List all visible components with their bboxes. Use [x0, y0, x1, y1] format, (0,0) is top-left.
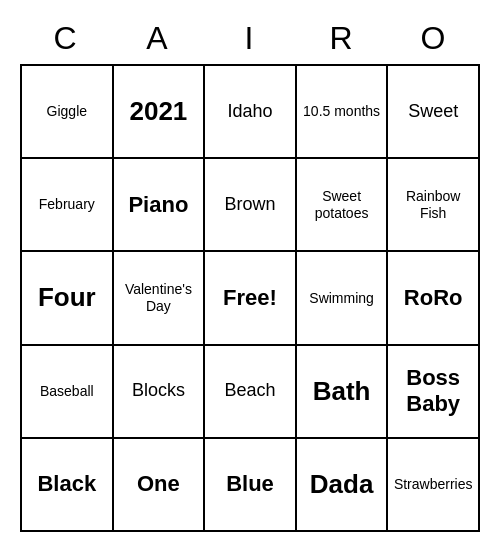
cell-text: Dada	[310, 469, 374, 500]
cell-text: Free!	[223, 285, 277, 311]
cell-text: Bath	[313, 376, 371, 407]
header-letter: C	[20, 12, 112, 64]
grid-cell: Rainbow Fish	[388, 159, 480, 252]
grid-cell: Boss Baby	[388, 346, 480, 439]
cell-text: Beach	[224, 380, 275, 402]
grid-cell: 2021	[114, 66, 206, 159]
cell-text: Valentine's Day	[118, 281, 200, 315]
grid-cell: Sweet	[388, 66, 480, 159]
bingo-grid: Giggle2021Idaho10.5 monthsSweetFebruaryP…	[20, 64, 480, 532]
header-letter: A	[112, 12, 204, 64]
cell-text: Boss Baby	[392, 365, 474, 418]
cell-text: One	[137, 471, 180, 497]
cell-text: Blocks	[132, 380, 185, 402]
header-letter: O	[388, 12, 480, 64]
grid-cell: Idaho	[205, 66, 297, 159]
cell-text: Giggle	[47, 103, 87, 120]
grid-cell: Strawberries	[388, 439, 480, 532]
cell-text: 10.5 months	[303, 103, 380, 120]
cell-text: Sweet	[408, 101, 458, 123]
header-letter: R	[296, 12, 388, 64]
cell-text: Piano	[128, 192, 188, 218]
grid-cell: 10.5 months	[297, 66, 389, 159]
cell-text: Black	[37, 471, 96, 497]
grid-cell: RoRo	[388, 252, 480, 345]
grid-cell: One	[114, 439, 206, 532]
cell-text: Blue	[226, 471, 274, 497]
cell-text: Brown	[224, 194, 275, 216]
cell-text: RoRo	[404, 285, 463, 311]
grid-cell: Beach	[205, 346, 297, 439]
grid-cell: Blocks	[114, 346, 206, 439]
grid-cell: Swimming	[297, 252, 389, 345]
cell-text: February	[39, 196, 95, 213]
grid-cell: Sweet potatoes	[297, 159, 389, 252]
cell-text: Strawberries	[394, 476, 473, 493]
bingo-card: CAIRO Giggle2021Idaho10.5 monthsSweetFeb…	[20, 12, 480, 532]
cell-text: Baseball	[40, 383, 94, 400]
cell-text: Idaho	[227, 101, 272, 123]
bingo-header: CAIRO	[20, 12, 480, 64]
cell-text: Four	[38, 282, 96, 313]
grid-cell: Brown	[205, 159, 297, 252]
cell-text: Rainbow Fish	[392, 188, 474, 222]
grid-cell: February	[22, 159, 114, 252]
grid-cell: Bath	[297, 346, 389, 439]
grid-cell: Four	[22, 252, 114, 345]
cell-text: Swimming	[309, 290, 374, 307]
grid-cell: Dada	[297, 439, 389, 532]
grid-cell: Free!	[205, 252, 297, 345]
cell-text: Sweet potatoes	[301, 188, 383, 222]
grid-cell: Baseball	[22, 346, 114, 439]
grid-cell: Giggle	[22, 66, 114, 159]
cell-text: 2021	[129, 96, 187, 127]
grid-cell: Blue	[205, 439, 297, 532]
grid-cell: Black	[22, 439, 114, 532]
header-letter: I	[204, 12, 296, 64]
grid-cell: Valentine's Day	[114, 252, 206, 345]
grid-cell: Piano	[114, 159, 206, 252]
